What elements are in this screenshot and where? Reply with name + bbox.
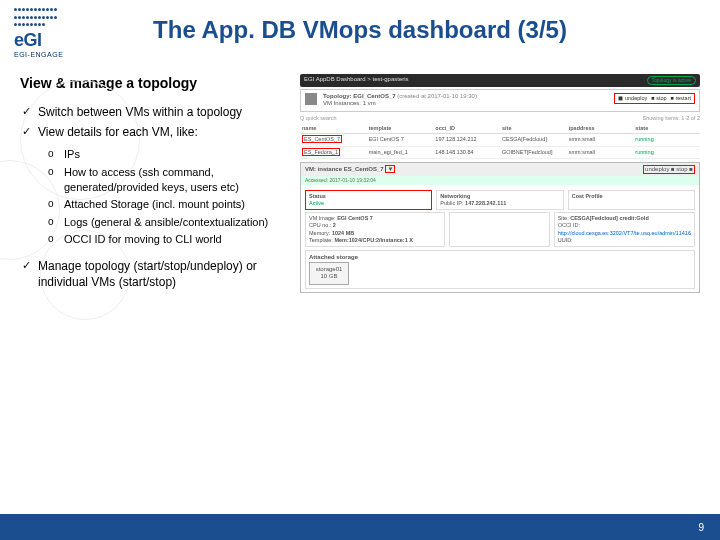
bullet-view-details: View details for each VM, like: <box>22 124 290 141</box>
showing-count: Showing items: 1-2 of 2 <box>643 115 700 122</box>
cost-profile-section: Cost Profile <box>568 190 695 210</box>
status-pill: Topology is active <box>647 76 696 85</box>
breadcrumb: EGI AppDB Dashboard > test-gpasteris <box>304 76 409 84</box>
cost-details: Site: CESGA[Fedcloud] credit:Gold OCCI I… <box>554 212 695 247</box>
page-number: 9 <box>698 522 704 533</box>
logo-subtext: EGI-ENGAGE <box>14 51 63 58</box>
networking-section: Networking Public IP: 147.228.242.111 <box>436 190 563 210</box>
table-row[interactable]: ES_CentOS_7 EGI CentOS 7 197.128.124.212… <box>300 134 700 146</box>
quick-search[interactable]: Q quick search <box>300 115 337 122</box>
status-section-highlight: Status Active <box>305 190 432 210</box>
bullet-manage: Manage topology (start/stop/undeploy) or… <box>22 258 290 292</box>
storage-title: Attached storage <box>309 254 358 260</box>
stop-button[interactable]: ■ stop <box>651 95 666 102</box>
dashboard-screenshot: EGI AppDB Dashboard > test-gpasteris Top… <box>300 74 700 295</box>
table-row[interactable]: ES_Fedora_1 main_egi_fed_1 148.148.130.8… <box>300 147 700 159</box>
topology-date: (created at 2017-01-10 19:30) <box>397 93 477 99</box>
vm-instances-count: VM Instances: 1 vm <box>323 100 608 108</box>
undeploy-button[interactable]: ◼ undeploy <box>618 95 647 102</box>
restart-button[interactable]: ■ restart <box>671 95 691 102</box>
bullet-switch-vms: Switch between VMs within a topology <box>22 104 290 121</box>
sub-logs: Logs (general & ansible/contextualizatio… <box>48 215 290 230</box>
slide-footer: 9 <box>0 514 720 540</box>
disk-item: storage01 10 GB <box>309 262 349 286</box>
topology-icon <box>305 93 317 105</box>
egi-logo: eGI EGI-ENGAGE <box>14 8 63 58</box>
logo-text: eGI <box>14 30 63 51</box>
vm-accessed-time: Accessed: 2017-01-10 19:32:04 <box>301 176 699 185</box>
slide-title: The App. DB VMops dashboard (3/5) <box>20 10 700 44</box>
sub-storage: Attached Storage (incl. mount points) <box>48 197 290 212</box>
topology-title: Topology: EGI_CentOS_7 <box>323 93 396 99</box>
vm-table-header: name template occi_ID site ipaddress sta… <box>300 124 700 134</box>
sub-access: How to access (ssh command, generated/pr… <box>48 165 290 196</box>
vm-specs: VM Image: EGI CentOS 7 CPU no.: 2 Memory… <box>305 212 445 247</box>
vm-name-highlight: ES_CentOS_7 <box>302 135 342 143</box>
sub-occi: OCCI ID for moving to CLI world <box>48 232 290 247</box>
vm-actions-highlight[interactable]: undeploy ■ stop ■ <box>643 165 695 175</box>
vm-detail-title: VM: instance ES_CentOS_7 <box>305 166 384 172</box>
topology-actions-highlight: ◼ undeploy ■ stop ■ restart <box>614 93 695 104</box>
sub-ips: IPs <box>48 147 290 162</box>
vm-dropdown-highlight[interactable]: ▼ <box>385 165 395 173</box>
vm-name-highlight: ES_Fedora_1 <box>302 148 340 156</box>
attached-storage-section: Attached storage storage01 10 GB <box>305 250 695 289</box>
